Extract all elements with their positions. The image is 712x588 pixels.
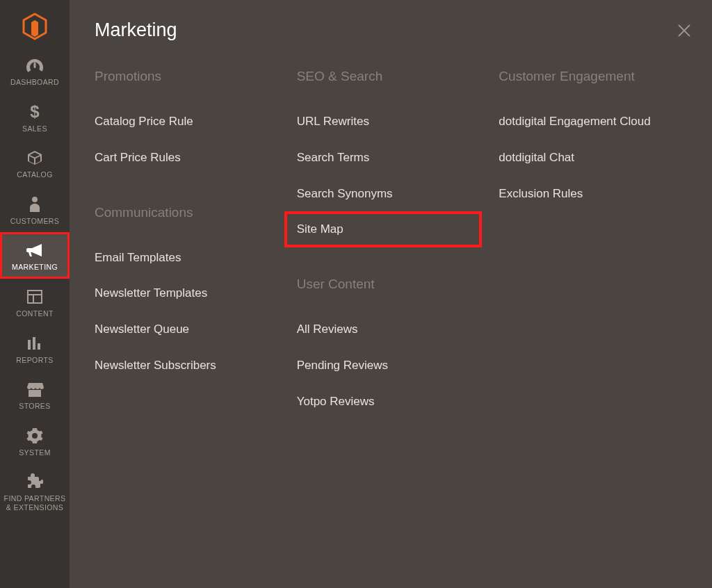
layout-icon bbox=[26, 287, 43, 307]
sidebar-item-label: SALES bbox=[22, 124, 47, 133]
bar-chart-icon bbox=[26, 334, 43, 353]
panel-column: SEO & Search URL Rewrites Search Terms S… bbox=[297, 69, 491, 449]
link-newsletter-queue[interactable]: Newsletter Queue bbox=[95, 311, 289, 348]
dollar-icon: $ bbox=[29, 102, 41, 122]
sidebar-item-label: STORES bbox=[19, 402, 50, 411]
sidebar-item-label: FIND PARTNERS & EXTENSIONS bbox=[3, 494, 67, 512]
section-heading: Customer Engagement bbox=[499, 69, 693, 84]
gear-icon bbox=[26, 426, 43, 446]
link-newsletter-templates[interactable]: Newsletter Templates bbox=[95, 275, 289, 311]
gauge-icon bbox=[25, 56, 44, 75]
sidebar-item-label: CONTENT bbox=[16, 309, 54, 318]
panel-columns: Promotions Catalog Price Rule Cart Price… bbox=[95, 69, 693, 449]
sidebar-item-system[interactable]: SYSTEM bbox=[0, 418, 70, 464]
section-user-content: User Content All Reviews Pending Reviews… bbox=[297, 277, 491, 419]
section-communications: Communications Email Templates Newslette… bbox=[95, 205, 289, 384]
link-url-rewrites[interactable]: URL Rewrites bbox=[297, 104, 491, 140]
section-heading: Communications bbox=[95, 205, 289, 220]
section-heading: Promotions bbox=[95, 69, 289, 84]
section-heading: SEO & Search bbox=[297, 69, 491, 84]
marketing-panel: Marketing Promotions Catalog Price Rule … bbox=[70, 0, 712, 588]
sidebar-item-label: CUSTOMERS bbox=[10, 217, 60, 226]
sidebar-item-dashboard[interactable]: DASHBOARD bbox=[0, 47, 70, 94]
sidebar-item-label: MARKETING bbox=[12, 263, 58, 272]
link-email-templates[interactable]: Email Templates bbox=[95, 240, 289, 276]
svg-text:$: $ bbox=[30, 103, 40, 121]
link-all-reviews[interactable]: All Reviews bbox=[297, 311, 491, 348]
link-exclusion-rules[interactable]: Exclusion Rules bbox=[499, 176, 693, 212]
link-cart-price-rules[interactable]: Cart Price Rules bbox=[95, 140, 289, 176]
close-icon bbox=[677, 24, 691, 38]
panel-column: Promotions Catalog Price Rule Cart Price… bbox=[95, 69, 289, 449]
section-heading: User Content bbox=[297, 277, 491, 292]
sidebar-item-reports[interactable]: REPORTS bbox=[0, 325, 70, 372]
link-newsletter-subscribers[interactable]: Newsletter Subscribers bbox=[95, 348, 289, 384]
sidebar-item-label: SYSTEM bbox=[19, 448, 51, 457]
section-promotions: Promotions Catalog Price Rule Cart Price… bbox=[95, 69, 289, 176]
panel-column: Customer Engagement dotdigital Engagemen… bbox=[499, 69, 693, 449]
link-search-synonyms[interactable]: Search Synonyms bbox=[297, 176, 491, 212]
section-seo-search: SEO & Search URL Rewrites Search Terms S… bbox=[297, 69, 491, 247]
storefront-icon bbox=[26, 379, 44, 399]
link-pending-reviews[interactable]: Pending Reviews bbox=[297, 348, 491, 384]
sidebar-item-label: DASHBOARD bbox=[10, 78, 59, 87]
link-dotdigital-engagement[interactable]: dotdigital Engagement Cloud bbox=[499, 104, 693, 140]
panel-title: Marketing bbox=[95, 19, 693, 41]
sidebar-item-stores[interactable]: STORES bbox=[0, 371, 70, 418]
sidebar-item-sales[interactable]: $ SALES bbox=[0, 94, 70, 140]
cube-icon bbox=[26, 148, 43, 168]
admin-sidebar: DASHBOARD $ SALES CATALOG CUSTOMERS MARK… bbox=[0, 0, 70, 588]
sidebar-item-customers[interactable]: CUSTOMERS bbox=[0, 186, 70, 233]
sidebar-item-label: CATALOG bbox=[17, 170, 52, 179]
sidebar-item-catalog[interactable]: CATALOG bbox=[0, 140, 70, 186]
link-site-map[interactable]: Site Map bbox=[284, 211, 491, 247]
sidebar-item-marketing[interactable]: MARKETING bbox=[0, 232, 70, 279]
link-dotdigital-chat[interactable]: dotdigital Chat bbox=[499, 140, 693, 176]
person-icon bbox=[29, 195, 41, 214]
section-customer-engagement: Customer Engagement dotdigital Engagemen… bbox=[499, 69, 693, 211]
link-search-terms[interactable]: Search Terms bbox=[297, 140, 491, 176]
puzzle-icon bbox=[26, 472, 43, 491]
megaphone-icon bbox=[25, 240, 44, 260]
magento-logo[interactable] bbox=[0, 6, 70, 47]
link-catalog-price-rule[interactable]: Catalog Price Rule bbox=[95, 104, 289, 140]
sidebar-item-content[interactable]: CONTENT bbox=[0, 279, 70, 325]
link-yotpo-reviews[interactable]: Yotpo Reviews bbox=[297, 384, 491, 420]
close-button[interactable] bbox=[673, 19, 695, 42]
sidebar-item-label: REPORTS bbox=[16, 356, 53, 365]
sidebar-item-partners[interactable]: FIND PARTNERS & EXTENSIONS bbox=[0, 464, 70, 518]
